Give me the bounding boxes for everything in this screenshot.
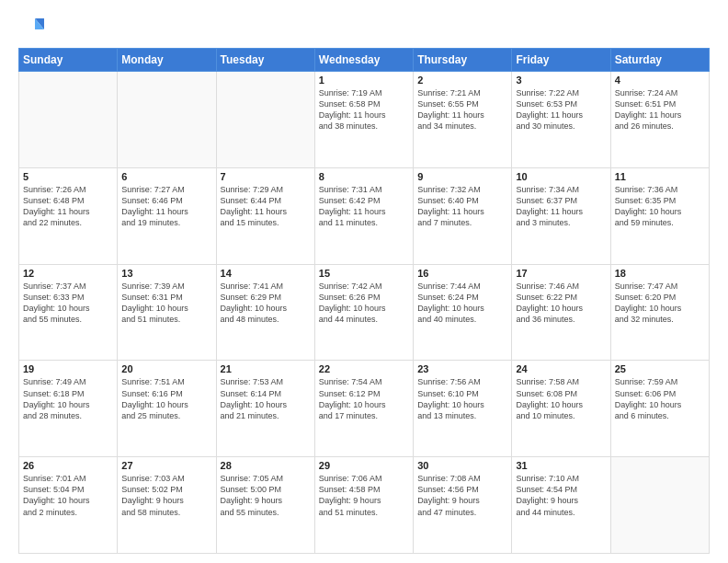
weekday-wednesday: Wednesday [314, 49, 413, 72]
calendar-cell: 21Sunrise: 7:53 AM Sunset: 6:14 PM Dayli… [216, 361, 314, 457]
calendar-cell: 3Sunrise: 7:22 AM Sunset: 6:53 PM Daylig… [512, 72, 610, 168]
day-info: Sunrise: 7:29 AM Sunset: 6:44 PM Dayligh… [221, 184, 311, 229]
calendar-cell: 24Sunrise: 7:58 AM Sunset: 6:08 PM Dayli… [512, 361, 610, 457]
calendar-cell: 22Sunrise: 7:54 AM Sunset: 6:12 PM Dayli… [314, 361, 413, 457]
calendar-cell: 17Sunrise: 7:46 AM Sunset: 6:22 PM Dayli… [512, 264, 610, 361]
logo-icon [18, 15, 44, 40]
calendar-cell: 15Sunrise: 7:42 AM Sunset: 6:26 PM Dayli… [314, 264, 413, 361]
calendar-cell: 6Sunrise: 7:27 AM Sunset: 6:46 PM Daylig… [118, 167, 216, 264]
day-number: 11 [615, 171, 705, 182]
day-info: Sunrise: 7:03 AM Sunset: 5:02 PM Dayligh… [121, 473, 211, 518]
calendar-cell [19, 72, 118, 168]
calendar-cell: 19Sunrise: 7:49 AM Sunset: 6:18 PM Dayli… [19, 361, 118, 457]
day-info: Sunrise: 7:34 AM Sunset: 6:37 PM Dayligh… [516, 184, 606, 229]
day-info: Sunrise: 7:37 AM Sunset: 6:33 PM Dayligh… [23, 281, 113, 326]
day-number: 8 [319, 171, 409, 182]
day-info: Sunrise: 7:10 AM Sunset: 4:54 PM Dayligh… [516, 473, 606, 518]
day-info: Sunrise: 7:44 AM Sunset: 6:24 PM Dayligh… [417, 281, 507, 326]
week-row-0: 1Sunrise: 7:19 AM Sunset: 6:58 PM Daylig… [19, 72, 710, 168]
day-number: 13 [121, 268, 211, 279]
day-info: Sunrise: 7:42 AM Sunset: 6:26 PM Dayligh… [319, 281, 409, 326]
day-number: 21 [221, 363, 311, 374]
calendar-cell: 11Sunrise: 7:36 AM Sunset: 6:35 PM Dayli… [610, 167, 709, 264]
day-info: Sunrise: 7:49 AM Sunset: 6:18 PM Dayligh… [23, 376, 113, 421]
calendar-cell: 10Sunrise: 7:34 AM Sunset: 6:37 PM Dayli… [512, 167, 610, 264]
calendar-cell: 7Sunrise: 7:29 AM Sunset: 6:44 PM Daylig… [216, 167, 314, 264]
week-row-2: 12Sunrise: 7:37 AM Sunset: 6:33 PM Dayli… [19, 264, 710, 361]
calendar-cell: 25Sunrise: 7:59 AM Sunset: 6:06 PM Dayli… [610, 361, 709, 457]
calendar-cell: 16Sunrise: 7:44 AM Sunset: 6:24 PM Dayli… [414, 264, 512, 361]
day-info: Sunrise: 7:32 AM Sunset: 6:40 PM Dayligh… [417, 184, 507, 229]
weekday-friday: Friday [512, 49, 610, 72]
day-info: Sunrise: 7:56 AM Sunset: 6:10 PM Dayligh… [417, 376, 507, 421]
weekday-monday: Monday [118, 49, 216, 72]
day-number: 22 [319, 363, 409, 374]
day-number: 24 [516, 363, 606, 374]
day-info: Sunrise: 7:46 AM Sunset: 6:22 PM Dayligh… [516, 281, 606, 326]
day-info: Sunrise: 7:58 AM Sunset: 6:08 PM Dayligh… [516, 376, 606, 421]
calendar: SundayMondayTuesdayWednesdayThursdayFrid… [18, 48, 710, 554]
day-number: 16 [417, 268, 507, 279]
day-info: Sunrise: 7:21 AM Sunset: 6:55 PM Dayligh… [417, 87, 507, 132]
logo [18, 15, 48, 40]
day-info: Sunrise: 7:19 AM Sunset: 6:58 PM Dayligh… [319, 87, 409, 132]
week-row-1: 5Sunrise: 7:26 AM Sunset: 6:48 PM Daylig… [19, 167, 710, 264]
day-info: Sunrise: 7:51 AM Sunset: 6:16 PM Dayligh… [121, 376, 211, 421]
day-info: Sunrise: 7:31 AM Sunset: 6:42 PM Dayligh… [319, 184, 409, 229]
day-info: Sunrise: 7:36 AM Sunset: 6:35 PM Dayligh… [615, 184, 705, 229]
calendar-cell: 23Sunrise: 7:56 AM Sunset: 6:10 PM Dayli… [414, 361, 512, 457]
day-number: 14 [221, 268, 311, 279]
calendar-cell [216, 72, 314, 168]
day-number: 17 [516, 268, 606, 279]
day-number: 6 [121, 171, 211, 182]
day-number: 27 [121, 460, 211, 471]
day-info: Sunrise: 7:47 AM Sunset: 6:20 PM Dayligh… [615, 281, 705, 326]
day-info: Sunrise: 7:01 AM Sunset: 5:04 PM Dayligh… [23, 473, 113, 518]
day-info: Sunrise: 7:06 AM Sunset: 4:58 PM Dayligh… [319, 473, 409, 518]
day-number: 4 [615, 75, 705, 86]
day-number: 26 [23, 460, 113, 471]
day-number: 12 [23, 268, 113, 279]
day-info: Sunrise: 7:26 AM Sunset: 6:48 PM Dayligh… [23, 184, 113, 229]
day-info: Sunrise: 7:39 AM Sunset: 6:31 PM Dayligh… [121, 281, 211, 326]
header [18, 15, 710, 40]
day-number: 5 [23, 171, 113, 182]
day-number: 3 [516, 75, 606, 86]
calendar-cell: 20Sunrise: 7:51 AM Sunset: 6:16 PM Dayli… [118, 361, 216, 457]
day-number: 15 [319, 268, 409, 279]
calendar-cell: 5Sunrise: 7:26 AM Sunset: 6:48 PM Daylig… [19, 167, 118, 264]
calendar-cell: 18Sunrise: 7:47 AM Sunset: 6:20 PM Dayli… [610, 264, 709, 361]
calendar-cell: 2Sunrise: 7:21 AM Sunset: 6:55 PM Daylig… [414, 72, 512, 168]
calendar-cell: 28Sunrise: 7:05 AM Sunset: 5:00 PM Dayli… [216, 457, 314, 554]
day-number: 10 [516, 171, 606, 182]
week-row-4: 26Sunrise: 7:01 AM Sunset: 5:04 PM Dayli… [19, 457, 710, 554]
weekday-thursday: Thursday [414, 49, 512, 72]
week-row-3: 19Sunrise: 7:49 AM Sunset: 6:18 PM Dayli… [19, 361, 710, 457]
day-info: Sunrise: 7:05 AM Sunset: 5:00 PM Dayligh… [221, 473, 311, 518]
day-info: Sunrise: 7:27 AM Sunset: 6:46 PM Dayligh… [121, 184, 211, 229]
day-info: Sunrise: 7:08 AM Sunset: 4:56 PM Dayligh… [417, 473, 507, 518]
day-number: 31 [516, 460, 606, 471]
day-number: 18 [615, 268, 705, 279]
day-info: Sunrise: 7:22 AM Sunset: 6:53 PM Dayligh… [516, 87, 606, 132]
calendar-cell: 8Sunrise: 7:31 AM Sunset: 6:42 PM Daylig… [314, 167, 413, 264]
day-number: 28 [221, 460, 311, 471]
calendar-cell: 13Sunrise: 7:39 AM Sunset: 6:31 PM Dayli… [118, 264, 216, 361]
day-info: Sunrise: 7:53 AM Sunset: 6:14 PM Dayligh… [221, 376, 311, 421]
day-number: 23 [417, 363, 507, 374]
calendar-cell: 12Sunrise: 7:37 AM Sunset: 6:33 PM Dayli… [19, 264, 118, 361]
calendar-cell: 1Sunrise: 7:19 AM Sunset: 6:58 PM Daylig… [314, 72, 413, 168]
calendar-cell: 9Sunrise: 7:32 AM Sunset: 6:40 PM Daylig… [414, 167, 512, 264]
calendar-cell [118, 72, 216, 168]
weekday-header-row: SundayMondayTuesdayWednesdayThursdayFrid… [19, 49, 710, 72]
day-info: Sunrise: 7:59 AM Sunset: 6:06 PM Dayligh… [615, 376, 705, 421]
calendar-cell: 27Sunrise: 7:03 AM Sunset: 5:02 PM Dayli… [118, 457, 216, 554]
day-info: Sunrise: 7:54 AM Sunset: 6:12 PM Dayligh… [319, 376, 409, 421]
day-number: 9 [417, 171, 507, 182]
weekday-sunday: Sunday [19, 49, 118, 72]
calendar-cell: 29Sunrise: 7:06 AM Sunset: 4:58 PM Dayli… [314, 457, 413, 554]
calendar-cell: 30Sunrise: 7:08 AM Sunset: 4:56 PM Dayli… [414, 457, 512, 554]
calendar-cell [610, 457, 709, 554]
day-info: Sunrise: 7:24 AM Sunset: 6:51 PM Dayligh… [615, 87, 705, 132]
calendar-cell: 14Sunrise: 7:41 AM Sunset: 6:29 PM Dayli… [216, 264, 314, 361]
